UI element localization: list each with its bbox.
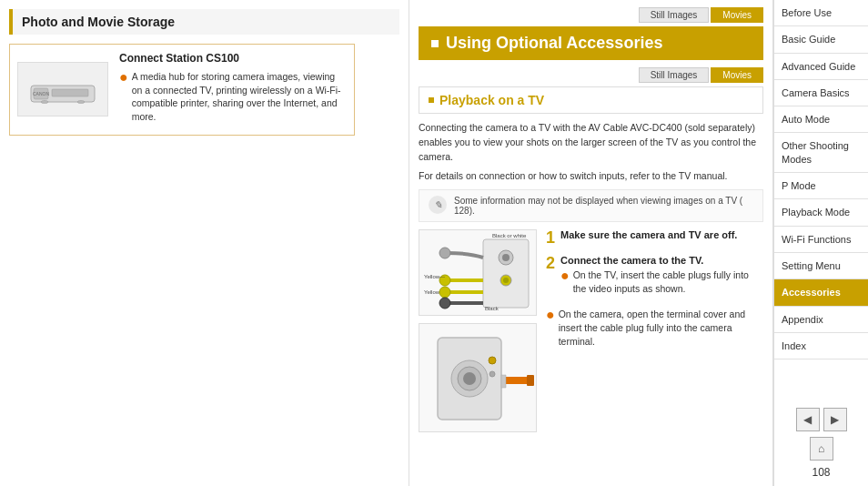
nav-item-advanced-guide[interactable]: Advanced Guide: [774, 54, 868, 80]
nav-item-wifi[interactable]: Wi-Fi Functions: [774, 227, 868, 253]
nav-item-p-mode[interactable]: P Mode: [774, 173, 868, 199]
step-2-title: Connect the camera to the TV.: [560, 255, 763, 266]
right-sidebar: Before Use Basic Guide Advanced Guide Ca…: [773, 0, 868, 486]
tab-still-images-section[interactable]: Still Images: [639, 67, 710, 83]
prev-button[interactable]: ◀: [796, 408, 820, 431]
product-desc-item: ● A media hub for storing camera images,…: [119, 70, 347, 124]
step-1: 1 Make sure the camera and TV are off.: [546, 229, 763, 246]
left-panel: Photo and Movie Storage CANON Connect St…: [0, 0, 409, 486]
product-box: CANON Connect Station CS100 ● A media hu…: [9, 44, 355, 136]
step-1-title: Make sure the camera and TV are off.: [560, 229, 737, 240]
camera-diagram: [419, 323, 537, 432]
nav-item-index[interactable]: Index: [774, 333, 868, 359]
body-text-2: For details on connection or how to swit…: [419, 169, 763, 184]
sub-heading-box: Playback on a TV: [419, 86, 763, 114]
product-info: Connect Station CS100 ● A media hub for …: [119, 52, 347, 127]
next-button[interactable]: ▶: [823, 408, 847, 431]
svg-rect-26: [527, 375, 534, 386]
svg-rect-3: [52, 89, 88, 96]
section-title: Photo and Movie Storage: [9, 9, 399, 35]
step-2-bullet: ● On the TV, insert the cable plugs full…: [560, 268, 763, 295]
step-2-content: Connect the camera to the TV. ● On the T…: [560, 255, 763, 299]
step-2-bullet-icon: ●: [560, 268, 570, 283]
cable-svg: Black or white Yellow— Yellow— Black: [419, 230, 537, 316]
nav-arrows: ◀ ▶: [796, 408, 847, 431]
svg-text:Black or white: Black or white: [492, 233, 527, 238]
svg-text:CANON: CANON: [33, 91, 49, 96]
svg-point-24: [490, 371, 495, 377]
page-number: 108: [812, 466, 830, 479]
svg-text:Yellow—: Yellow—: [424, 274, 445, 279]
home-button[interactable]: ⌂: [810, 437, 833, 461]
tab-movies-section[interactable]: Movies: [711, 67, 763, 83]
svg-point-5: [41, 100, 48, 103]
nav-item-auto-mode[interactable]: Auto Mode: [774, 106, 868, 133]
nav-item-playback-mode[interactable]: Playback Mode: [774, 199, 868, 226]
step-3-desc: On the camera, open the terminal cover a…: [559, 308, 763, 348]
top-tabs-row: Still Images Movies: [419, 7, 763, 23]
svg-rect-6: [483, 239, 529, 308]
section-tabs-row: Still Images Movies: [419, 67, 763, 83]
svg-point-16: [439, 287, 450, 298]
note-text: Some information may not be displayed wh…: [454, 196, 753, 216]
device-illustration: CANON: [26, 69, 99, 110]
product-description: A media hub for storing camera images, v…: [132, 70, 347, 124]
tab-still-images-top[interactable]: Still Images: [639, 7, 710, 23]
camera-svg: [419, 324, 537, 432]
nav-item-other-shooting[interactable]: Other Shooting Modes: [774, 133, 868, 173]
nav-item-basic-guide[interactable]: Basic Guide: [774, 26, 868, 53]
middle-panel: Still Images Movies Using Optional Acces…: [409, 0, 773, 486]
svg-point-10: [503, 278, 509, 283]
step-2-number: 2: [546, 255, 555, 271]
tab-movies-top[interactable]: Movies: [711, 7, 763, 23]
svg-point-22: [463, 372, 476, 385]
main-heading: Using Optional Accessories: [419, 26, 763, 60]
body-text-1: Connecting the camera to a TV with the A…: [419, 121, 763, 164]
step-2-desc: On the TV, insert the cable plugs fully …: [573, 268, 763, 295]
svg-point-23: [489, 357, 496, 364]
svg-point-4: [77, 100, 85, 103]
step-1-number: 1: [546, 229, 555, 246]
product-name: Connect Station CS100: [119, 52, 347, 65]
step-3-bullet: ● On the camera, open the terminal cover…: [546, 308, 763, 348]
sub-heading: Playback on a TV: [429, 93, 753, 107]
steps-column: 1 Make sure the camera and TV are off. 2…: [546, 229, 763, 432]
steps-area: Black or white Yellow— Yellow— Black: [419, 229, 763, 432]
nav-item-appendix[interactable]: Appendix: [774, 307, 868, 333]
svg-point-18: [439, 298, 450, 309]
bullet-icon: ●: [119, 70, 128, 85]
step-2: 2 Connect the camera to the TV. ● On the…: [546, 255, 763, 299]
svg-text:Black: Black: [485, 306, 500, 311]
nav-item-setting-menu[interactable]: Setting Menu: [774, 253, 868, 279]
nav-item-before-use[interactable]: Before Use: [774, 0, 868, 26]
nav-item-accessories[interactable]: Accessories: [774, 279, 868, 306]
note-box: ✎ Some information may not be displayed …: [419, 189, 763, 222]
cable-diagram: Black or white Yellow— Yellow— Black: [419, 229, 537, 316]
nav-bottom: ◀ ▶ ⌂ 108: [774, 400, 868, 486]
note-icon: ✎: [429, 196, 447, 214]
nav-item-camera-basics[interactable]: Camera Basics: [774, 80, 868, 106]
svg-point-8: [502, 254, 510, 261]
step-3-bullet-icon: ●: [546, 308, 555, 322]
step-1-content: Make sure the camera and TV are off.: [560, 229, 737, 243]
product-image: CANON: [17, 62, 108, 116]
diagrams-column: Black or white Yellow— Yellow— Black: [419, 229, 537, 432]
svg-point-11: [439, 248, 450, 258]
